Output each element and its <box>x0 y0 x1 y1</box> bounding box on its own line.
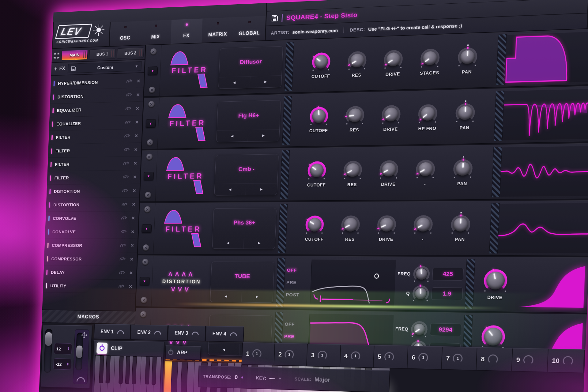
routing-mode-option[interactable]: PRE <box>284 334 309 340</box>
knob[interactable]: HP FRO <box>417 104 438 131</box>
preset-name[interactable]: Phs 36+ <box>213 208 276 237</box>
knob[interactable]: CUTOFF <box>309 107 329 133</box>
fx-chain-item[interactable]: EQUALIZER ✕ <box>50 102 143 118</box>
mod-route-icon[interactable] <box>121 216 127 221</box>
knob[interactable]: CUTOFF <box>311 52 331 79</box>
step-repeat-knob[interactable]: 1 <box>252 349 262 359</box>
bend-down-stepper[interactable]: -12 ▲▼ <box>53 358 72 370</box>
knob[interactable]: DRIVE <box>381 105 401 132</box>
preset-prev-button[interactable]: ◀ <box>210 291 242 302</box>
close-icon[interactable]: ✕ <box>134 147 138 152</box>
chevron-down-icon[interactable]: ▼ <box>278 376 282 381</box>
knob-dial[interactable] <box>343 160 363 179</box>
chain-preset-select[interactable]: Custom ▼ <box>68 61 142 73</box>
preset-prev-button[interactable]: ◀ <box>214 184 246 195</box>
arp-step-cell[interactable]: 4 1 <box>340 345 374 367</box>
knob[interactable]: DRIVE <box>379 160 399 187</box>
collapse-row-button[interactable]: ▼ <box>148 66 158 75</box>
preset-prev-button[interactable]: ◀ <box>213 237 244 249</box>
nav-tab-mix[interactable]: MIX <box>140 20 172 45</box>
bus-tab[interactable]: BUS 1 <box>89 49 116 60</box>
nav-tab-matrix[interactable]: MATRIX <box>202 17 234 43</box>
step-repeat-knob[interactable]: 1 <box>317 351 327 360</box>
knob-dial[interactable] <box>457 47 477 66</box>
env-tab[interactable]: ENV 3 <box>168 325 206 341</box>
freq-value-box[interactable]: 425 <box>432 268 464 281</box>
preset-prev-button[interactable]: ◀ <box>217 130 248 142</box>
knob-dial[interactable] <box>345 106 365 125</box>
fx-chain-item[interactable]: COMPRESSOR ✕ <box>44 239 138 252</box>
close-icon[interactable]: ✕ <box>132 202 135 207</box>
knob[interactable]: RES <box>345 106 365 133</box>
knob-dial[interactable] <box>413 266 430 282</box>
preset-name[interactable]: Diffusor <box>219 47 283 77</box>
mod-route-icon[interactable] <box>126 92 132 97</box>
knob-dial[interactable] <box>413 215 433 234</box>
preset-name[interactable]: Cmb - <box>215 154 278 184</box>
knob-dial[interactable] <box>455 103 475 123</box>
fx-chain-item[interactable]: FILTER ✕ <box>47 170 140 185</box>
piano-key-black[interactable] <box>171 361 178 392</box>
fx-chain-item[interactable]: DISTORTION ✕ <box>50 88 143 104</box>
preset-next-button[interactable]: ▶ <box>248 130 279 141</box>
step-repeat-knob[interactable]: 1 <box>351 351 360 361</box>
preset-next-button[interactable]: ▶ <box>241 291 273 303</box>
close-icon[interactable]: ✕ <box>129 284 132 289</box>
knob-dial[interactable] <box>418 104 438 123</box>
nav-tab-fx[interactable]: FX <box>171 18 202 44</box>
knob[interactable]: DRIVE <box>483 269 508 300</box>
arp-step-cell[interactable]: 8 <box>477 348 513 371</box>
mod-route-icon[interactable] <box>126 79 133 84</box>
freq-value-box[interactable]: 9294 <box>430 323 462 336</box>
close-icon[interactable]: ✕ <box>132 188 136 194</box>
routing-mode-option[interactable]: PRE <box>286 280 311 285</box>
preset-prev-button[interactable]: ◀ <box>219 77 250 89</box>
close-icon[interactable]: ✕ <box>130 256 133 262</box>
clip-power-button[interactable] <box>96 342 108 354</box>
preset-next-button[interactable]: ▶ <box>246 183 277 195</box>
transpose-stepper[interactable]: ▲▼ <box>241 376 243 379</box>
fx-chain-item[interactable]: UTILITY ✕ <box>43 279 136 293</box>
step-repeat-knob[interactable]: 1 <box>384 352 394 362</box>
step-repeat-knob[interactable] <box>563 356 573 366</box>
bend-up-stepper[interactable]: 12 ▲▼ <box>54 343 72 355</box>
knob-dial[interactable] <box>307 161 327 179</box>
save-icon[interactable] <box>71 66 76 71</box>
knob-dial[interactable] <box>381 105 401 124</box>
knob-dial[interactable] <box>383 50 403 69</box>
q-value-box[interactable]: 1.9 <box>431 287 463 300</box>
knob-dial[interactable] <box>412 285 430 302</box>
routing-mode-option[interactable]: OFF <box>287 267 311 273</box>
fx-chain-item[interactable]: CONVOLVE ✕ <box>45 211 139 225</box>
knob[interactable]: PAN <box>455 103 475 130</box>
close-icon[interactable]: ✕ <box>135 119 139 125</box>
fx-chain-item[interactable]: FILTER ✕ <box>48 129 142 144</box>
mod-route-icon[interactable] <box>123 175 129 179</box>
env-tab[interactable]: ENV 4 <box>205 326 244 342</box>
env-tab[interactable]: ENV 1 <box>94 324 131 340</box>
knob[interactable]: PAN <box>457 47 477 74</box>
mod-route-icon[interactable] <box>122 188 129 193</box>
fx-chain-item[interactable]: EQUALIZER ✕ <box>49 115 142 131</box>
knob[interactable]: - <box>415 159 435 186</box>
knob-dial[interactable] <box>379 160 399 179</box>
close-icon[interactable]: ✕ <box>136 106 139 111</box>
knob-dial[interactable] <box>483 269 508 292</box>
close-icon[interactable]: ✕ <box>129 270 133 276</box>
mod-route-icon[interactable] <box>119 284 125 289</box>
knob-dial[interactable] <box>341 215 360 234</box>
collapse-row-button[interactable]: ▼ <box>145 119 156 128</box>
close-icon[interactable]: ✕ <box>134 133 138 139</box>
step-repeat-knob[interactable]: 3 <box>285 350 294 359</box>
arp-power-button[interactable] <box>168 350 174 355</box>
knob[interactable]: RES <box>347 51 367 78</box>
scale-value[interactable]: Major <box>315 376 330 383</box>
collapse-row-button[interactable]: ▼ <box>139 277 149 285</box>
mod-route-icon[interactable] <box>120 229 127 234</box>
mod-route-icon[interactable] <box>123 161 130 166</box>
mod-route-icon[interactable] <box>120 243 126 248</box>
pitch-slider[interactable] <box>44 329 53 373</box>
close-icon[interactable]: ✕ <box>130 243 134 248</box>
mod-route-icon[interactable] <box>125 106 132 111</box>
knob-dial[interactable] <box>420 48 440 68</box>
